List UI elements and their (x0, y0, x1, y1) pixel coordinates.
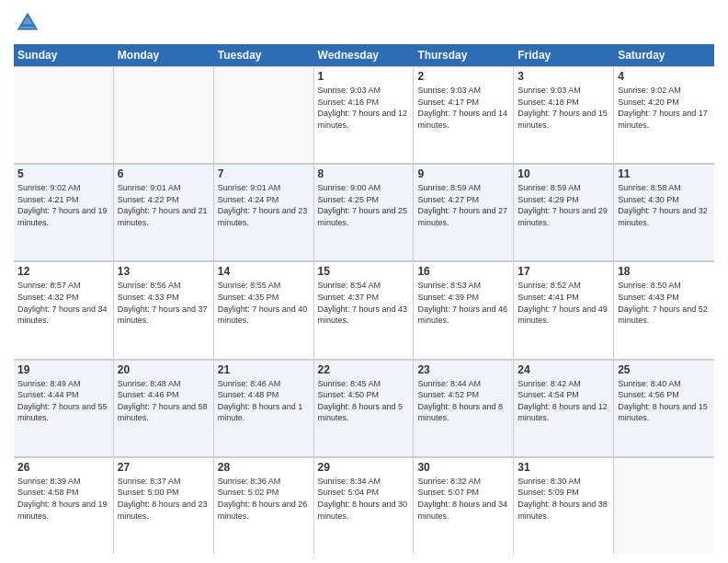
cell-info: Sunrise: 9:00 AM Sunset: 4:25 PM Dayligh… (318, 182, 410, 228)
cell-info: Sunrise: 8:32 AM Sunset: 5:07 PM Dayligh… (417, 476, 509, 522)
cell-info: Sunrise: 8:46 AM Sunset: 4:48 PM Dayligh… (218, 378, 310, 424)
cell-info: Sunrise: 9:03 AM Sunset: 4:17 PM Dayligh… (417, 85, 509, 131)
calendar-row-4: 19Sunrise: 8:49 AM Sunset: 4:44 PM Dayli… (14, 360, 714, 457)
day-cell-10: 10Sunrise: 8:59 AM Sunset: 4:29 PM Dayli… (514, 165, 614, 260)
header-day-wednesday: Wednesday (314, 44, 415, 66)
day-cell-1: 1Sunrise: 9:03 AM Sunset: 4:16 PM Daylig… (314, 67, 415, 163)
cell-info: Sunrise: 8:42 AM Sunset: 4:54 PM Dayligh… (518, 378, 609, 424)
day-cell-25: 25Sunrise: 8:40 AM Sunset: 4:56 PM Dayli… (614, 361, 714, 456)
day-number: 29 (318, 461, 410, 474)
cell-info: Sunrise: 8:55 AM Sunset: 4:35 PM Dayligh… (218, 280, 310, 326)
day-number: 18 (618, 265, 711, 278)
cell-info: Sunrise: 8:34 AM Sunset: 5:04 PM Dayligh… (318, 476, 410, 522)
day-cell-9: 9Sunrise: 8:59 AM Sunset: 4:27 PM Daylig… (414, 165, 514, 260)
day-number: 30 (417, 461, 509, 474)
day-cell-15: 15Sunrise: 8:54 AM Sunset: 4:37 PM Dayli… (314, 262, 415, 358)
calendar-row-3: 12Sunrise: 8:57 AM Sunset: 4:32 PM Dayli… (14, 261, 714, 359)
empty-cell (614, 458, 714, 554)
day-cell-11: 11Sunrise: 8:58 AM Sunset: 4:30 PM Dayli… (614, 165, 714, 260)
day-number: 1 (318, 70, 410, 83)
calendar-body: 1Sunrise: 9:03 AM Sunset: 4:16 PM Daylig… (14, 66, 714, 554)
day-cell-21: 21Sunrise: 8:46 AM Sunset: 4:48 PM Dayli… (214, 361, 314, 456)
cell-info: Sunrise: 8:59 AM Sunset: 4:29 PM Dayligh… (518, 182, 609, 228)
svg-rect-2 (21, 25, 35, 27)
cell-info: Sunrise: 9:03 AM Sunset: 4:18 PM Dayligh… (518, 85, 609, 131)
day-number: 3 (518, 70, 609, 83)
day-number: 6 (118, 167, 210, 180)
day-cell-27: 27Sunrise: 8:37 AM Sunset: 5:00 PM Dayli… (114, 458, 214, 554)
cell-info: Sunrise: 8:49 AM Sunset: 4:44 PM Dayligh… (17, 378, 109, 424)
day-number: 5 (17, 167, 109, 180)
day-number: 16 (417, 265, 509, 278)
cell-info: Sunrise: 9:03 AM Sunset: 4:16 PM Dayligh… (318, 85, 410, 131)
day-cell-12: 12Sunrise: 8:57 AM Sunset: 4:32 PM Dayli… (14, 262, 114, 358)
cell-info: Sunrise: 9:01 AM Sunset: 4:24 PM Dayligh… (218, 182, 310, 228)
cell-info: Sunrise: 8:57 AM Sunset: 4:32 PM Dayligh… (17, 280, 109, 326)
day-cell-8: 8Sunrise: 9:00 AM Sunset: 4:25 PM Daylig… (314, 165, 415, 260)
header-day-thursday: Thursday (414, 44, 514, 66)
day-number: 21 (218, 363, 310, 376)
calendar-row-1: 1Sunrise: 9:03 AM Sunset: 4:16 PM Daylig… (14, 66, 714, 164)
calendar-row-5: 26Sunrise: 8:39 AM Sunset: 4:58 PM Dayli… (14, 457, 714, 554)
day-cell-5: 5Sunrise: 9:02 AM Sunset: 4:21 PM Daylig… (14, 165, 114, 260)
cell-info: Sunrise: 8:45 AM Sunset: 4:50 PM Dayligh… (318, 378, 410, 424)
cell-info: Sunrise: 8:50 AM Sunset: 4:43 PM Dayligh… (618, 280, 711, 326)
header-day-friday: Friday (514, 44, 614, 66)
day-number: 31 (518, 461, 609, 474)
day-cell-26: 26Sunrise: 8:39 AM Sunset: 4:58 PM Dayli… (14, 458, 114, 554)
day-cell-19: 19Sunrise: 8:49 AM Sunset: 4:44 PM Dayli… (14, 361, 114, 456)
day-number: 8 (318, 167, 410, 180)
cell-info: Sunrise: 8:36 AM Sunset: 5:02 PM Dayligh… (218, 476, 310, 522)
calendar: SundayMondayTuesdayWednesdayThursdayFrid… (14, 44, 714, 554)
page: SundayMondayTuesdayWednesdayThursdayFrid… (0, 0, 728, 563)
cell-info: Sunrise: 8:37 AM Sunset: 5:00 PM Dayligh… (118, 476, 210, 522)
day-number: 19 (17, 363, 109, 376)
cell-info: Sunrise: 8:44 AM Sunset: 4:52 PM Dayligh… (417, 378, 509, 424)
day-number: 22 (318, 363, 410, 376)
day-number: 13 (118, 265, 210, 278)
day-cell-6: 6Sunrise: 9:01 AM Sunset: 4:22 PM Daylig… (114, 165, 214, 260)
day-number: 14 (218, 265, 310, 278)
header-day-sunday: Sunday (14, 44, 114, 66)
day-number: 28 (218, 461, 310, 474)
day-number: 7 (218, 167, 310, 180)
day-number: 25 (618, 363, 711, 376)
empty-cell (14, 67, 114, 163)
cell-info: Sunrise: 9:02 AM Sunset: 4:20 PM Dayligh… (618, 85, 711, 131)
day-number: 2 (417, 70, 509, 83)
cell-info: Sunrise: 8:56 AM Sunset: 4:33 PM Dayligh… (118, 280, 210, 326)
cell-info: Sunrise: 8:30 AM Sunset: 5:09 PM Dayligh… (518, 476, 609, 522)
empty-cell (214, 67, 314, 163)
cell-info: Sunrise: 8:54 AM Sunset: 4:37 PM Dayligh… (318, 280, 410, 326)
day-cell-13: 13Sunrise: 8:56 AM Sunset: 4:33 PM Dayli… (114, 262, 214, 358)
cell-info: Sunrise: 8:48 AM Sunset: 4:46 PM Dayligh… (118, 378, 210, 424)
cell-info: Sunrise: 8:40 AM Sunset: 4:56 PM Dayligh… (618, 378, 711, 424)
day-cell-23: 23Sunrise: 8:44 AM Sunset: 4:52 PM Dayli… (414, 361, 514, 456)
day-cell-7: 7Sunrise: 9:01 AM Sunset: 4:24 PM Daylig… (214, 165, 314, 260)
cell-info: Sunrise: 9:01 AM Sunset: 4:22 PM Dayligh… (118, 182, 210, 228)
day-cell-16: 16Sunrise: 8:53 AM Sunset: 4:39 PM Dayli… (414, 262, 514, 358)
day-cell-24: 24Sunrise: 8:42 AM Sunset: 4:54 PM Dayli… (514, 361, 614, 456)
day-number: 23 (417, 363, 509, 376)
day-number: 26 (17, 461, 109, 474)
day-cell-29: 29Sunrise: 8:34 AM Sunset: 5:04 PM Dayli… (314, 458, 415, 554)
day-cell-17: 17Sunrise: 8:52 AM Sunset: 4:41 PM Dayli… (514, 262, 614, 358)
empty-cell (114, 67, 214, 163)
cell-info: Sunrise: 8:59 AM Sunset: 4:27 PM Dayligh… (417, 182, 509, 228)
header-day-monday: Monday (114, 44, 214, 66)
day-number: 11 (618, 167, 711, 180)
day-number: 17 (518, 265, 609, 278)
day-cell-18: 18Sunrise: 8:50 AM Sunset: 4:43 PM Dayli… (614, 262, 714, 358)
day-number: 20 (118, 363, 210, 376)
day-cell-22: 22Sunrise: 8:45 AM Sunset: 4:50 PM Dayli… (314, 361, 415, 456)
cell-info: Sunrise: 8:52 AM Sunset: 4:41 PM Dayligh… (518, 280, 609, 326)
calendar-row-2: 5Sunrise: 9:02 AM Sunset: 4:21 PM Daylig… (14, 164, 714, 261)
day-cell-14: 14Sunrise: 8:55 AM Sunset: 4:35 PM Dayli… (214, 262, 314, 358)
header-day-tuesday: Tuesday (214, 44, 314, 66)
day-number: 27 (118, 461, 210, 474)
header (14, 9, 714, 37)
day-cell-31: 31Sunrise: 8:30 AM Sunset: 5:09 PM Dayli… (514, 458, 614, 554)
day-cell-4: 4Sunrise: 9:02 AM Sunset: 4:20 PM Daylig… (614, 67, 714, 163)
day-cell-30: 30Sunrise: 8:32 AM Sunset: 5:07 PM Dayli… (414, 458, 514, 554)
day-number: 4 (618, 70, 711, 83)
